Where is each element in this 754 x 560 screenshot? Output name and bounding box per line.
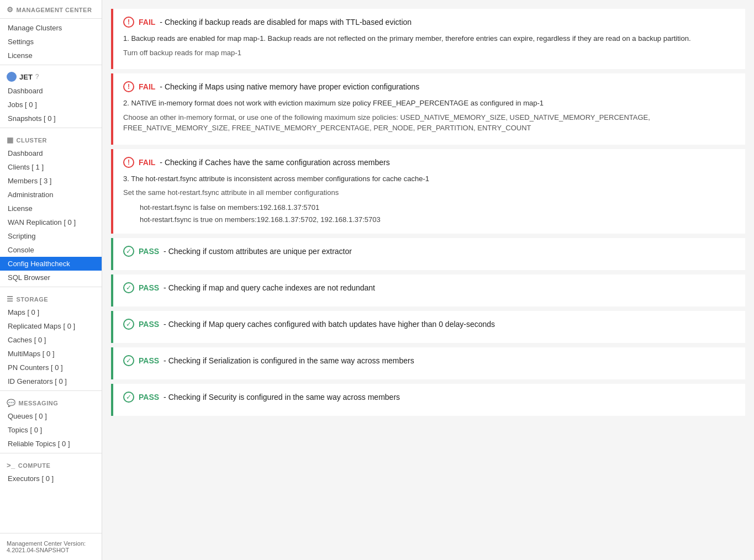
check-status-label-6: PASS [139,356,159,365]
sidebar-item-snapshots[interactable]: Snapshots [ 0 ] [0,112,102,125]
sidebar-item-clients[interactable]: Clients [ 1 ] [0,160,102,174]
check-suggestion-1: Choose an other in-memory format, or use… [123,112,735,134]
main-content: !FAIL- Checking if backup reads are disa… [102,0,754,560]
check-detail-line: hot-restart.fsync is false on members:19… [140,202,735,214]
compute-header: >_ COMPUTE [0,456,102,472]
check-card-4: ✓PASS- Checking if map and query cache i… [111,274,745,307]
check-card-5: ✓PASS- Checking if Map query caches conf… [111,311,745,343]
sidebar-item-sql-browser[interactable]: SQL Browser [0,271,102,284]
check-card-0: !FAIL- Checking if backup reads are disa… [111,9,745,69]
fail-icon: ! [123,81,134,92]
messaging-icon: 💬 [7,399,16,407]
sidebar-item-scripting[interactable]: Scripting [0,229,102,243]
storage-header: ☰ STORAGE [0,289,102,305]
check-body-line: 2. NATIVE in-memory format does not work… [123,98,735,109]
check-body-line: 1. Backup reads are enabled for map map-… [123,33,735,44]
check-header-2: !FAIL- Checking if Caches have the same … [123,157,735,168]
check-header-6: ✓PASS- Checking if Serialization is conf… [123,355,735,366]
pass-icon: ✓ [123,246,134,257]
check-header-4: ✓PASS- Checking if map and query cache i… [123,282,735,293]
sidebar: ⚙ MANAGEMENT CENTER Manage Clusters Sett… [0,0,102,560]
check-suggestion-0: Turn off backup reads for map map-1 [123,47,735,59]
compute-icon: >_ [7,461,15,469]
check-body-1: 2. NATIVE in-memory format does not work… [123,98,735,134]
check-detail-line: hot-restart.fsync is true on members:192… [140,214,735,226]
check-header-5: ✓PASS- Checking if Map query caches conf… [123,319,735,330]
version-value: 4.2021.04-SNAPSHOT [7,547,95,553]
check-header-7: ✓PASS- Checking if Security is configure… [123,392,735,403]
check-title-6: - Checking if Serialization is configure… [164,356,414,365]
sidebar-item-reliable-topics[interactable]: Reliable Topics [ 0 ] [0,437,102,451]
messaging-header: 💬 MESSAGING [0,393,102,409]
fail-icon: ! [123,157,134,168]
check-status-label-3: PASS [139,247,159,256]
check-title-0: - Checking if backup reads are disabled … [160,18,412,27]
jet-label: JET [19,73,33,81]
pass-icon: ✓ [123,392,134,403]
sidebar-item-maps[interactable]: Maps [ 0 ] [0,305,102,319]
check-status-label-7: PASS [139,393,159,401]
check-card-3: ✓PASS- Checking if custom attributes are… [111,238,745,270]
sidebar-item-replicated-maps[interactable]: Replicated Maps [ 0 ] [0,319,102,333]
check-suggestion-2: Set the same hot-restart.fsync attribute… [123,187,735,198]
check-status-label-1: FAIL [139,82,155,91]
check-title-3: - Checking if custom attributes are uniq… [164,247,352,256]
sidebar-item-license-cluster[interactable]: License [0,202,102,215]
sidebar-item-manage-clusters[interactable]: Manage Clusters [0,21,102,35]
sidebar-item-wan-replication[interactable]: WAN Replication [ 0 ] [0,215,102,229]
check-body-line: 3. The hot-restart.fsync attribute is in… [123,173,735,184]
check-title-2: - Checking if Caches have the same confi… [160,158,389,167]
check-header-1: !FAIL- Checking if Maps using native mem… [123,81,735,92]
sidebar-item-members[interactable]: Members [ 3 ] [0,174,102,188]
sidebar-item-pn-counters[interactable]: PN Counters [ 0 ] [0,361,102,374]
brand-icon: ⚙ [7,6,14,14]
sidebar-item-settings[interactable]: Settings [0,35,102,49]
pass-icon: ✓ [123,355,134,366]
sidebar-item-id-generators[interactable]: ID Generators [ 0 ] [0,374,102,388]
check-body-0: 1. Backup reads are enabled for map map-… [123,33,735,58]
sidebar-item-queues[interactable]: Queues [ 0 ] [0,409,102,423]
cluster-icon: ▦ [7,136,14,144]
jet-icon [7,72,17,82]
check-body-2: 3. The hot-restart.fsync attribute is in… [123,173,735,226]
check-status-label-4: PASS [139,283,159,292]
check-details-2: hot-restart.fsync is false on members:19… [140,202,735,226]
fail-icon: ! [123,17,134,28]
pass-icon: ✓ [123,282,134,293]
check-header-3: ✓PASS- Checking if custom attributes are… [123,246,735,257]
sidebar-item-administration[interactable]: Administration [0,188,102,202]
check-status-label-0: FAIL [139,18,155,27]
check-title-5: - Checking if Map query caches configure… [164,320,495,329]
sidebar-item-jobs[interactable]: Jobs [ 0 ] [0,98,102,112]
sidebar-item-config-healthcheck[interactable]: Config Healthcheck [0,257,102,271]
brand-header: ⚙ MANAGEMENT CENTER [0,0,102,16]
version-label: Management Center Version: [7,540,95,547]
sidebar-item-caches[interactable]: Caches [ 0 ] [0,333,102,347]
sidebar-item-topics[interactable]: Topics [ 0 ] [0,423,102,437]
cluster-header: ▦ CLUSTER [0,130,102,146]
help-icon[interactable]: ? [35,73,39,81]
sidebar-item-jet-dashboard[interactable]: Dashboard [0,84,102,98]
check-title-1: - Checking if Maps using native memory h… [160,82,419,91]
sidebar-item-multimaps[interactable]: MultiMaps [ 0 ] [0,347,102,361]
compute-label: COMPUTE [18,462,51,469]
sidebar-item-cluster-dashboard[interactable]: Dashboard [0,146,102,160]
check-title-4: - Checking if map and query cache indexe… [164,283,375,292]
version-block: Management Center Version: 4.2021.04-SNA… [0,533,102,560]
check-status-label-2: FAIL [139,158,155,167]
storage-icon: ☰ [7,295,14,303]
cluster-label: CLUSTER [17,137,47,144]
check-card-6: ✓PASS- Checking if Serialization is conf… [111,347,745,379]
check-title-7: - Checking if Security is configured in … [164,393,400,401]
pass-icon: ✓ [123,319,134,330]
storage-label: STORAGE [17,296,49,303]
sidebar-item-console[interactable]: Console [0,243,102,257]
sidebar-item-executors[interactable]: Executors [ 0 ] [0,472,102,485]
messaging-label: MESSAGING [19,400,59,406]
check-status-label-5: PASS [139,320,159,329]
sidebar-item-license-top[interactable]: License [0,49,102,62]
jet-header: JET ? [0,67,102,84]
check-card-1: !FAIL- Checking if Maps using native mem… [111,73,745,145]
check-card-7: ✓PASS- Checking if Security is configure… [111,384,745,416]
check-card-2: !FAIL- Checking if Caches have the same … [111,149,745,234]
